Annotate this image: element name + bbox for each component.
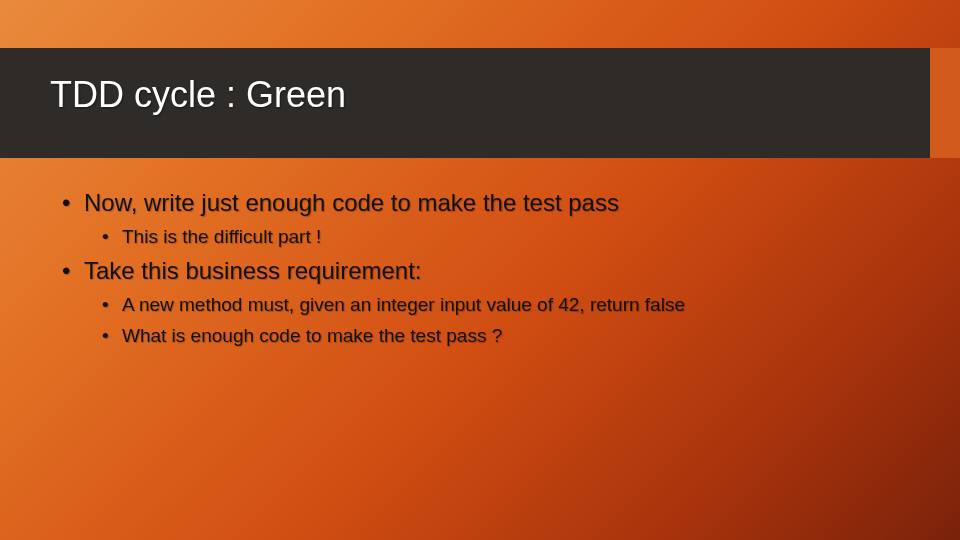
slide-title: TDD cycle : Green xyxy=(50,74,346,116)
bullet-level2: What is enough code to make the test pas… xyxy=(100,323,900,349)
bullet-level2: A new method must, given an integer inpu… xyxy=(100,292,900,318)
slide-body: Now, write just enough code to make the … xyxy=(60,188,900,355)
bullet-level1: Now, write just enough code to make the … xyxy=(60,188,900,218)
bullet-level1: Take this business requirement: xyxy=(60,256,900,286)
title-band-accent xyxy=(930,48,960,158)
bullet-level2: This is the difficult part ! xyxy=(100,224,900,250)
